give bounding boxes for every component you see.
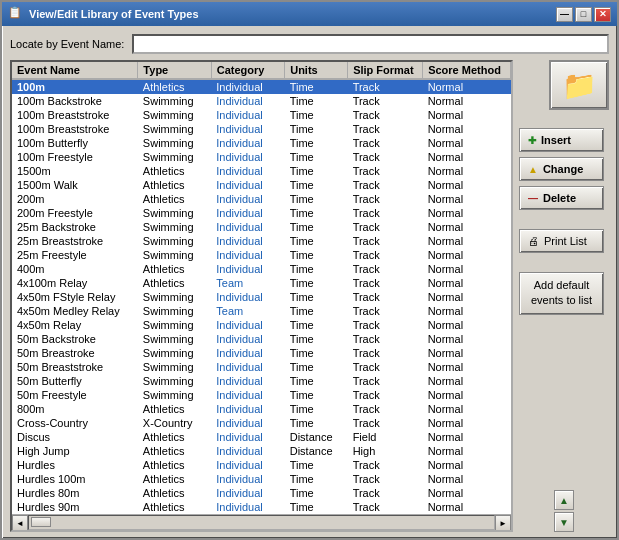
table-row[interactable]: DiscusAthleticsIndividualDistanceFieldNo… bbox=[12, 430, 511, 444]
table-row[interactable]: 100m BreaststrokeSwimmingIndividualTimeT… bbox=[12, 108, 511, 122]
table-row[interactable]: 100m FreestyleSwimmingIndividualTimeTrac… bbox=[12, 150, 511, 164]
table-row[interactable]: 1500m WalkAthleticsIndividualTimeTrackNo… bbox=[12, 178, 511, 192]
add-default-button[interactable]: Add defaultevents to list bbox=[519, 272, 604, 315]
window-content: Locate by Event Name: Event Name Type Ca… bbox=[2, 26, 617, 540]
folder-icon: 📁 bbox=[562, 69, 597, 102]
delete-label: Delete bbox=[543, 192, 576, 204]
event-table-container: Event Name Type Category Units Slip Form… bbox=[10, 60, 513, 532]
table-row[interactable]: 4x50m FStyle RelaySwimmingIndividualTime… bbox=[12, 290, 511, 304]
change-label: Change bbox=[543, 163, 583, 175]
table-row[interactable]: 50m BackstrokeSwimmingIndividualTimeTrac… bbox=[12, 332, 511, 346]
table-row[interactable]: 50m BreastrokeSwimmingIndividualTimeTrac… bbox=[12, 346, 511, 360]
table-row[interactable]: Cross-CountryX-CountryIndividualTimeTrac… bbox=[12, 416, 511, 430]
event-table: Event Name Type Category Units Slip Form… bbox=[12, 62, 511, 514]
table-row[interactable]: 25m BackstrokeSwimmingIndividualTimeTrac… bbox=[12, 220, 511, 234]
hscroll-track[interactable] bbox=[28, 515, 495, 530]
table-row[interactable]: Hurdles 100mAthleticsIndividualTimeTrack… bbox=[12, 472, 511, 486]
locate-row: Locate by Event Name: bbox=[10, 34, 609, 54]
table-row[interactable]: Hurdles 90mAthleticsIndividualTimeTrackN… bbox=[12, 500, 511, 514]
table-row[interactable]: 4x50m RelaySwimmingIndividualTimeTrackNo… bbox=[12, 318, 511, 332]
main-window: 📋 View/Edit Library of Event Types — □ ✕… bbox=[0, 0, 619, 540]
window-title: View/Edit Library of Event Types bbox=[29, 8, 199, 20]
print-button[interactable]: 🖨 Print List bbox=[519, 229, 604, 253]
table-row[interactable]: 100m BackstrokeSwimmingIndividualTimeTra… bbox=[12, 94, 511, 108]
table-row[interactable]: 100m BreaststrokeSwimmingIndividualTimeT… bbox=[12, 122, 511, 136]
bottom-arrows: ▲ ▼ bbox=[519, 490, 609, 532]
minimize-button[interactable]: — bbox=[556, 7, 573, 22]
col-slip: Slip Format bbox=[348, 62, 423, 79]
add-default-label: Add defaultevents to list bbox=[531, 279, 592, 306]
table-row[interactable]: 50m BreaststrokeSwimmingIndividualTimeTr… bbox=[12, 360, 511, 374]
table-row[interactable]: 25m BreaststrokeSwimmingIndividualTimeTr… bbox=[12, 234, 511, 248]
col-score: Score Method bbox=[423, 62, 511, 79]
delete-icon: — bbox=[528, 193, 538, 204]
table-row[interactable]: Hurdles 80mAthleticsIndividualTimeTrackN… bbox=[12, 486, 511, 500]
table-row[interactable]: 100mAthleticsIndividualTimeTrackNormal bbox=[12, 79, 511, 94]
folder-icon-button[interactable]: 📁 bbox=[549, 60, 609, 110]
table-row[interactable]: 50m ButterflySwimmingIndividualTimeTrack… bbox=[12, 374, 511, 388]
up-arrow-button[interactable]: ▲ bbox=[554, 490, 574, 510]
table-row[interactable]: 800mAthleticsIndividualTimeTrackNormal bbox=[12, 402, 511, 416]
col-units: Units bbox=[285, 62, 348, 79]
down-arrow-button[interactable]: ▼ bbox=[554, 512, 574, 532]
col-category: Category bbox=[211, 62, 284, 79]
hscroll-right-btn[interactable]: ► bbox=[495, 515, 511, 531]
table-row[interactable]: HurdlesAthleticsIndividualTimeTrackNorma… bbox=[12, 458, 511, 472]
locate-label: Locate by Event Name: bbox=[10, 38, 124, 50]
maximize-button[interactable]: □ bbox=[575, 7, 592, 22]
table-wrapper[interactable]: Event Name Type Category Units Slip Form… bbox=[12, 62, 511, 514]
print-icon: 🖨 bbox=[528, 235, 539, 247]
table-row[interactable]: 25m FreestyleSwimmingIndividualTimeTrack… bbox=[12, 248, 511, 262]
col-type: Type bbox=[138, 62, 211, 79]
change-icon: ▲ bbox=[528, 164, 538, 175]
close-button[interactable]: ✕ bbox=[594, 7, 611, 22]
table-row[interactable]: 100m ButterflySwimmingIndividualTimeTrac… bbox=[12, 136, 511, 150]
hscroll-thumb bbox=[31, 517, 51, 527]
table-row[interactable]: 50m FreestyleSwimmingIndividualTimeTrack… bbox=[12, 388, 511, 402]
table-row[interactable]: 4x50m Medley RelaySwimmingTeamTimeTrackN… bbox=[12, 304, 511, 318]
print-label: Print List bbox=[544, 235, 587, 247]
main-area: Event Name Type Category Units Slip Form… bbox=[10, 60, 609, 532]
title-bar: 📋 View/Edit Library of Event Types — □ ✕ bbox=[2, 2, 617, 26]
table-row[interactable]: High JumpAthleticsIndividualDistanceHigh… bbox=[12, 444, 511, 458]
table-row[interactable]: 1500mAthleticsIndividualTimeTrackNormal bbox=[12, 164, 511, 178]
insert-label: Insert bbox=[541, 134, 571, 146]
locate-input[interactable] bbox=[132, 34, 609, 54]
insert-icon: ✚ bbox=[528, 135, 536, 146]
insert-button[interactable]: ✚ Insert bbox=[519, 128, 604, 152]
table-row[interactable]: 4x100m RelayAthleticsTeamTimeTrackNormal bbox=[12, 276, 511, 290]
hscroll-left-btn[interactable]: ◄ bbox=[12, 515, 28, 531]
change-button[interactable]: ▲ Change bbox=[519, 157, 604, 181]
title-buttons: — □ ✕ bbox=[556, 7, 611, 22]
horizontal-scrollbar[interactable]: ◄ ► bbox=[12, 514, 511, 530]
table-row[interactable]: 200mAthleticsIndividualTimeTrackNormal bbox=[12, 192, 511, 206]
table-row[interactable]: 200m FreestyleSwimmingIndividualTimeTrac… bbox=[12, 206, 511, 220]
table-row[interactable]: 400mAthleticsIndividualTimeTrackNormal bbox=[12, 262, 511, 276]
right-panel: 📁 ✚ Insert ▲ Change — Delete bbox=[519, 60, 609, 532]
col-event-name: Event Name bbox=[12, 62, 138, 79]
window-icon: 📋 bbox=[8, 6, 24, 22]
delete-button[interactable]: — Delete bbox=[519, 186, 604, 210]
event-table-body: 100mAthleticsIndividualTimeTrackNormal10… bbox=[12, 79, 511, 514]
table-header-row: Event Name Type Category Units Slip Form… bbox=[12, 62, 511, 79]
